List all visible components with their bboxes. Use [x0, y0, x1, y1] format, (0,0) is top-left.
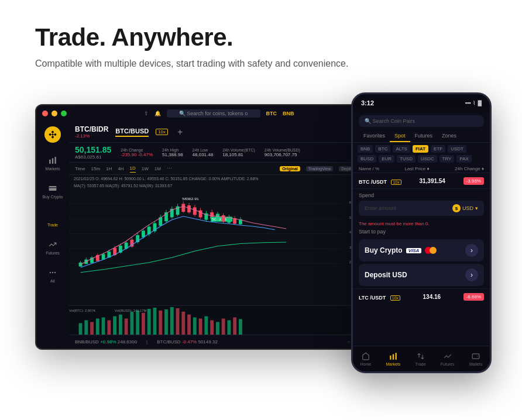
search-placeholder: Search for coins, tokens o [187, 111, 248, 116]
leverage-badge: 10x [156, 129, 168, 135]
svg-rect-112 [239, 319, 242, 335]
usd-icon: $ [452, 204, 461, 212]
amount-error: The amount must be more than 0. [353, 221, 490, 228]
titlebar-center: ⇧ 🔔 🔍 Search for coins, tokens o BTC BNB [70, 109, 368, 118]
nav-futures[interactable]: Futures [441, 352, 455, 366]
chip-usdt[interactable]: USDT [448, 145, 466, 153]
trade-icon [47, 211, 58, 222]
tab-15m[interactable]: 15m [91, 165, 100, 173]
mobile-status-bar: 3:12 ▪▪▪ ⌇ ▓ [353, 94, 490, 112]
btc-pair-price: 31,391.54 [419, 178, 445, 184]
search-icon: 🔍 [179, 111, 186, 116]
tab-1m[interactable]: 1M [154, 165, 161, 173]
nav-trade[interactable]: Trade [415, 352, 426, 366]
coin-filter-row1: BNB BTC ALTS FIAT ETF USDT BUSD EUR TUSD… [353, 143, 490, 165]
svg-rect-6 [52, 158, 53, 163]
chip-fiat[interactable]: FIAT [413, 145, 428, 153]
window-maximize-dot [61, 111, 67, 116]
ticker-bnb-price: 248.6300 [118, 339, 137, 345]
bottom-ticker: BNB/BUSD +0.98% 248.6300 | BTC/BUSD -0.4… [69, 335, 360, 349]
ltc-pair-badge: -6.68% [463, 293, 484, 301]
buy-crypto-left: Buy Crypto VISA [365, 246, 437, 254]
chip-try[interactable]: TRY [439, 155, 455, 163]
desktop-sidebar: Markets Buy Crypto Trade [36, 122, 69, 349]
price-value: 50,151.85 [75, 145, 111, 154]
wifi-icon: ⌇ [473, 100, 475, 106]
all-icon [47, 267, 58, 278]
sidebar-item-all[interactable]: All [40, 262, 66, 288]
vol-btc-label: 24h Volume(BTC) [222, 148, 255, 152]
tab-futures[interactable]: Futures [410, 130, 438, 142]
buy-crypto-button[interactable]: Buy Crypto VISA › [359, 239, 484, 261]
titlebar-icon2: 🔔 [154, 111, 161, 116]
tab-btc[interactable]: BTC [266, 111, 277, 116]
sidebar-item-futures[interactable]: Futures [40, 234, 66, 260]
ltc-pair-row[interactable]: LTC /USDT 10x 134.16 -6.68% [353, 288, 490, 304]
tab-bnb[interactable]: BNB [283, 111, 294, 116]
chip-btc[interactable]: BTC [375, 145, 390, 153]
svg-marker-2 [54, 133, 57, 136]
tab-spot[interactable]: Spot [390, 130, 410, 142]
svg-rect-106 [204, 316, 208, 335]
sidebar-item-trade[interactable]: Trade [40, 206, 66, 232]
chip-tusd[interactable]: TUSD [397, 155, 415, 163]
change-value: -235.90 -0.47% [121, 152, 153, 157]
sidebar-label-buy-crypto: Buy Crypto [43, 195, 63, 199]
tab-zones[interactable]: Zones [437, 130, 461, 142]
mobile-search-bar[interactable]: 🔍 Search Coin Pairs [359, 115, 484, 127]
nav-home[interactable]: Home [360, 352, 372, 366]
chip-alts[interactable]: ALTS [393, 145, 410, 153]
chip-bnb[interactable]: BNB [358, 145, 373, 153]
svg-rect-24 [79, 263, 83, 267]
desktop-titlebar: ⇧ 🔔 🔍 Search for coins, tokens o BTC BNB [36, 105, 373, 122]
svg-rect-65 [193, 207, 197, 215]
chip-usdc[interactable]: USDC [418, 155, 437, 163]
page-subheadline: Compatible with multiple devices, start … [35, 58, 487, 69]
currency-selector[interactable]: $ USD ▾ [452, 204, 478, 212]
ltc-row-left: LTC /USDT 10x [359, 291, 400, 302]
svg-rect-89 [107, 321, 111, 335]
sidebar-label-futures: Futures [46, 251, 60, 255]
candlestick-chart: 60000 50000 40000 30000 20000 [69, 189, 360, 288]
spend-input[interactable]: Enter amount $ USD ▾ [359, 201, 484, 216]
svg-rect-90 [113, 316, 116, 335]
btc-pair-row[interactable]: BTC /USDT 10x 31,391.54 -3.96% [353, 173, 490, 189]
sidebar-item-markets[interactable]: Markets [40, 150, 66, 175]
svg-rect-111 [233, 318, 236, 335]
buy-crypto-icon [47, 183, 58, 194]
sidebar-label-trade: Trade [47, 223, 58, 227]
stat-vol-busd: 24h Volume(BUSD) 903,706,707.75 [265, 148, 300, 157]
original-badge: Original [280, 166, 300, 171]
more-tabs-button[interactable]: ⋯ [167, 166, 172, 171]
sidebar-item-buy-crypto[interactable]: Buy Crypto [40, 178, 66, 204]
ticker-bnb-pair: BNB/BUSD [75, 339, 99, 345]
ticker-bnb-change: +0.98% [100, 339, 116, 345]
mobile-mockup: 3:12 ▪▪▪ ⌇ ▓ 🔍 Search Coin Pairs Favorit… [351, 92, 492, 373]
pair-info-left: BTC/BIDR -2.13% [75, 125, 108, 139]
tab-1w[interactable]: 1W [142, 165, 149, 173]
nav-wallets[interactable]: Wallets [469, 352, 483, 366]
chip-etf[interactable]: ETF [431, 145, 445, 153]
chip-pax[interactable]: PAX [456, 155, 471, 163]
chip-busd[interactable]: BUSD [358, 155, 376, 163]
chip-eur[interactable]: EUR [379, 155, 394, 163]
ticker-divider: | [146, 339, 147, 345]
deposit-usd-button[interactable]: Deposit USD › [359, 264, 484, 286]
add-pair-button[interactable]: + [177, 127, 183, 137]
desktop-search[interactable]: 🔍 Search for coins, tokens o [167, 109, 260, 118]
binance-logo [44, 126, 61, 143]
svg-rect-96 [147, 309, 151, 335]
pair-tab-active[interactable]: BTC/BUSD [115, 128, 149, 137]
tab-time[interactable]: Time [75, 165, 85, 173]
svg-rect-103 [187, 315, 191, 335]
stat-high: 24h High 51,388.98 [162, 148, 183, 157]
nav-markets[interactable]: Markets [386, 352, 400, 366]
tab-1d[interactable]: 1D [130, 164, 136, 173]
tab-favorites[interactable]: Favorites [359, 130, 390, 142]
desktop-mockup: ⇧ 🔔 🔍 Search for coins, tokens o BTC BNB [35, 104, 375, 350]
deposit-usd-arrow: › [465, 268, 478, 281]
vol-btc-value: 18,105.81 [222, 152, 255, 157]
tab-1h[interactable]: 1H [106, 165, 112, 173]
ticker-item-btc: BTC/BUSD -0.47% 50149.32 [157, 339, 218, 345]
tab-4h[interactable]: 4H [118, 165, 123, 173]
